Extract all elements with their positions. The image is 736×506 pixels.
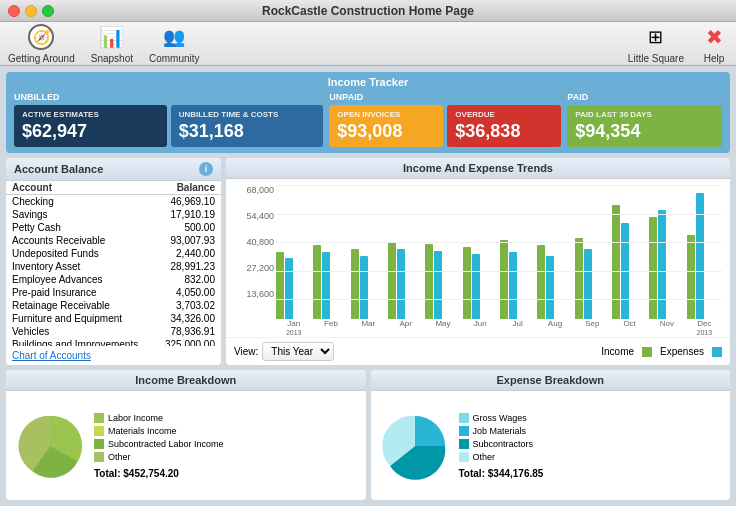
view-container: View: This Year Last Year [234,342,334,361]
grid-icon: ⊞ [642,23,670,51]
income-breakdown-content: Labor IncomeMaterials IncomeSubcontracte… [6,391,366,500]
overdue-value: $36,838 [455,121,553,142]
x-axis-label: Jun [463,319,498,337]
paid-cards: PAID LAST 30 DAYS $94,354 [567,105,722,147]
expense-legend-box [712,347,722,357]
help-icon: ✖ [700,23,728,51]
toolbar-item-little-square[interactable]: ⊞ Little Square [628,23,684,64]
chart-area: 68,00054,40040,80027,20013,600 Jan2013Fe… [226,179,730,337]
legend-label: Labor Income [108,413,163,423]
account-balance-val: 3,703.02 [154,299,221,312]
account-name: Furniture and Equipment [6,312,154,325]
x-axis-label: Feb [313,319,348,337]
account-balance-table-header: Account Balance [6,181,221,195]
title-bar: RockCastle Construction Home Page [0,0,736,22]
account-balance-val: 28,991.23 [154,260,221,273]
unbilled-cards: ACTIVE ESTIMATES $62,947 UNBILLED TIME &… [14,105,323,147]
paid-last-30-card[interactable]: PAID LAST 30 DAYS $94,354 [567,105,722,147]
legend-box [94,426,104,436]
chart-legend: Income Expenses [601,346,722,357]
table-row: Savings17,910.19 [6,208,221,221]
account-balance-header: Account Balance i [6,158,221,181]
account-name: Buildings and Improvements [6,338,154,346]
getting-around-label: Getting Around [8,53,75,64]
open-invoices-label: OPEN INVOICES [337,110,435,119]
overdue-label: OVERDUE [455,110,553,119]
account-balance-val: 17,910.19 [154,208,221,221]
legend-item: Job Materials [459,426,727,436]
expense-breakdown-title: Expense Breakdown [379,374,723,386]
account-name: Undeposited Funds [6,247,154,260]
account-balance-table: Checking46,969.10Savings17,910.19Petty C… [6,195,221,346]
toolbar-item-community[interactable]: 👥 Community [149,23,200,64]
account-balance-val: 4,050.00 [154,286,221,299]
maximize-button[interactable] [42,5,54,17]
legend-box [459,452,469,462]
view-select[interactable]: This Year Last Year [262,342,334,361]
income-pie-svg [10,406,90,486]
toolbar-item-snapshot[interactable]: 📊 Snapshot [91,23,133,64]
legend-label: Gross Wages [473,413,527,423]
table-row: Inventory Asset28,991.23 [6,260,221,273]
compass-icon: 🧭 [27,23,55,51]
table-row: Vehicles78,936.91 [6,325,221,338]
account-balance-val: 832.00 [154,273,221,286]
info-icon[interactable]: i [199,162,213,176]
legend-label: Other [108,452,131,462]
unbilled-time-card[interactable]: UNBILLED TIME & COSTS $31,168 [171,105,324,147]
account-balance-val: 93,007.93 [154,234,221,247]
legend-item: Other [459,452,727,462]
expense-pie-svg [375,406,455,486]
expense-breakdown-content: Gross WagesJob MaterialsSubcontractorsOt… [371,391,731,500]
open-invoices-value: $93,008 [337,121,435,142]
legend-box [94,413,104,423]
account-name: Retainage Receivable [6,299,154,312]
account-col-header: Account [6,181,115,195]
active-estimates-label: ACTIVE ESTIMATES [22,110,159,119]
chart-of-accounts-link[interactable]: Chart of Accounts [6,346,221,365]
x-axis-label: Oct [612,319,647,337]
legend-label: Materials Income [108,426,177,436]
paid-label: PAID [567,92,722,102]
middle-row: Account Balance i Account Balance Checki… [6,158,730,365]
account-balance-val: 2,440.00 [154,247,221,260]
toolbar-left: 🧭 Getting Around 📊 Snapshot 👥 Community [8,23,200,64]
income-breakdown-legend: Labor IncomeMaterials IncomeSubcontracte… [94,413,362,479]
account-name: Checking [6,195,154,208]
expense-breakdown-legend: Gross WagesJob MaterialsSubcontractorsOt… [459,413,727,479]
minimize-button[interactable] [25,5,37,17]
balance-col-header: Balance [115,181,221,195]
unbilled-label: UNBILLED [14,92,323,102]
legend-box [94,439,104,449]
legend-item: Subcontracted Labor Income [94,439,362,449]
account-name: Petty Cash [6,221,154,234]
x-axis-label: Jan2013 [276,319,311,337]
account-name: Accounts Receivable [6,234,154,247]
open-invoices-card[interactable]: OPEN INVOICES $93,008 [329,105,443,147]
x-axis-label: Aug [537,319,572,337]
close-button[interactable] [8,5,20,17]
view-label: View: [234,346,258,357]
trends-title: Income And Expense Trends [234,162,722,174]
window-title: RockCastle Construction Home Page [262,4,474,18]
x-axis-label: Jul [500,319,535,337]
y-axis-label: 40,800 [234,237,274,247]
community-label: Community [149,53,200,64]
expense-breakdown-panel: Expense Breakdown Gross WagesJob Materia… [371,370,731,500]
table-row: Petty Cash500.00 [6,221,221,234]
active-estimates-card[interactable]: ACTIVE ESTIMATES $62,947 [14,105,167,147]
unpaid-section: UNPAID OPEN INVOICES $93,008 OVERDUE $36… [329,92,561,147]
toolbar-item-help[interactable]: ✖ Help [700,23,728,64]
tracker-row: UNBILLED ACTIVE ESTIMATES $62,947 UNBILL… [14,92,722,147]
income-total: Total: $452,754.20 [94,468,362,479]
income-tracker: Income Tracker UNBILLED ACTIVE ESTIMATES… [6,72,730,153]
legend-item: Gross Wages [459,413,727,423]
overdue-card[interactable]: OVERDUE $36,838 [447,105,561,147]
account-name: Inventory Asset [6,260,154,273]
income-breakdown-title: Income Breakdown [14,374,358,386]
legend-box [459,439,469,449]
account-balance-body: Checking46,969.10Savings17,910.19Petty C… [6,195,221,346]
toolbar-item-getting-around[interactable]: 🧭 Getting Around [8,23,75,64]
legend-income-label: Income [601,346,634,357]
y-axis: 68,00054,40040,80027,20013,600 [234,185,274,299]
